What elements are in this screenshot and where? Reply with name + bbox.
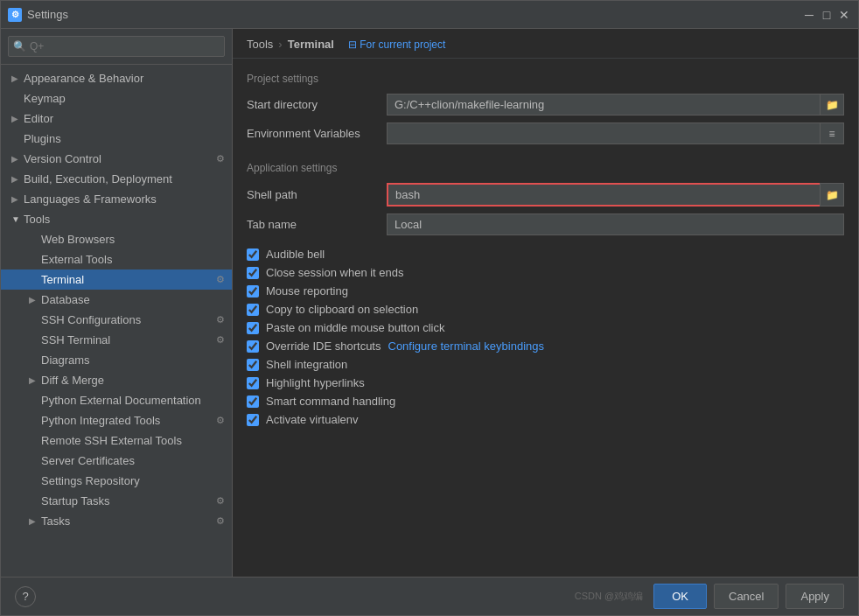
arrow-icon: ▶ xyxy=(11,114,24,123)
sidebar-item-server-certs[interactable]: Server Certificates xyxy=(1,451,232,471)
smart-command-checkbox[interactable] xyxy=(247,396,259,408)
main-panel: Tools › Terminal ⊟ For current project P… xyxy=(233,29,858,577)
checkbox-activate-virtualenv: Activate virtualenv xyxy=(247,413,844,426)
sidebar-item-database[interactable]: ▶ Database xyxy=(1,290,232,310)
badge-icon: ⚙ xyxy=(216,415,225,426)
audible-bell-checkbox[interactable] xyxy=(247,248,259,261)
sidebar-item-label: Server Certificates xyxy=(41,454,135,467)
help-button[interactable]: ? xyxy=(15,586,36,607)
sidebar-item-remote-ssh[interactable]: Remote SSH External Tools xyxy=(1,430,232,451)
paste-middle-checkbox[interactable] xyxy=(247,322,259,334)
window-title: Settings xyxy=(27,8,802,21)
sidebar-item-label: SSH Configurations xyxy=(41,313,141,326)
highlight-hyperlinks-label: Highlight hyperlinks xyxy=(266,376,365,389)
close-session-label: Close session when it ends xyxy=(266,266,404,279)
watermark: CSDN @鸡鸡编 xyxy=(575,590,643,603)
sidebar-item-label: Python Integrated Tools xyxy=(41,414,160,427)
breadcrumb-current: Terminal xyxy=(288,38,334,51)
spacer xyxy=(247,151,844,162)
sidebar-item-label: Version Control xyxy=(24,152,101,165)
sidebar-item-terminal[interactable]: Terminal ⚙ xyxy=(1,270,232,290)
highlight-hyperlinks-checkbox[interactable] xyxy=(247,377,259,389)
badge-icon: ⚙ xyxy=(216,515,225,527)
sidebar-item-web-browsers[interactable]: Web Browsers xyxy=(1,229,232,249)
footer: ? CSDN @鸡鸡编 OK Cancel Apply xyxy=(1,577,858,615)
sidebar-item-version-control[interactable]: ▶ Version Control ⚙ xyxy=(1,149,232,169)
window-controls: ─ □ ✕ xyxy=(802,8,851,22)
sidebar-item-python-int-tools[interactable]: Python Integrated Tools ⚙ xyxy=(1,410,232,430)
override-ide-label: Override IDE shortcuts xyxy=(266,340,381,353)
badge-icon: ⚙ xyxy=(216,495,225,507)
checkbox-highlight-hyperlinks: Highlight hyperlinks xyxy=(247,376,844,389)
sidebar-item-diff-merge[interactable]: ▶ Diff & Merge xyxy=(1,370,232,390)
settings-window: ⚙ Settings ─ □ ✕ 🔍 ▶ Appearance & Behavi… xyxy=(0,0,859,616)
arrow-icon: ▶ xyxy=(29,375,41,385)
activate-virtualenv-label: Activate virtualenv xyxy=(266,413,359,426)
cancel-button[interactable]: Cancel xyxy=(714,584,779,609)
checkbox-override-ide: Override IDE shortcuts Configure termina… xyxy=(247,340,844,353)
title-bar: ⚙ Settings ─ □ ✕ xyxy=(1,1,858,29)
sidebar-item-external-tools[interactable]: External Tools xyxy=(1,249,232,270)
sidebar-item-label: Database xyxy=(41,293,90,306)
sidebar-item-startup-tasks[interactable]: Startup Tasks ⚙ xyxy=(1,491,232,511)
sidebar-item-label: Python External Documentation xyxy=(41,394,201,407)
sidebar-item-label: Web Browsers xyxy=(41,233,115,246)
mouse-reporting-checkbox[interactable] xyxy=(247,285,259,298)
sidebar-item-plugins[interactable]: Plugins xyxy=(1,129,232,149)
start-directory-browse-button[interactable]: 📁 xyxy=(820,94,844,116)
env-variables-input[interactable] xyxy=(387,122,820,144)
sidebar-item-label: Diagrams xyxy=(41,354,90,367)
sidebar-item-label: External Tools xyxy=(41,253,112,266)
sidebar-item-diagrams[interactable]: Diagrams xyxy=(1,350,232,370)
shell-integration-checkbox[interactable] xyxy=(247,359,259,371)
search-input[interactable] xyxy=(8,36,225,57)
app-icon: ⚙ xyxy=(8,8,22,22)
start-directory-label: Start directory xyxy=(247,98,387,111)
sidebar-item-label: Tools xyxy=(24,213,50,226)
start-directory-input[interactable] xyxy=(387,94,820,116)
sidebar-item-settings-repo[interactable]: Settings Repository xyxy=(1,471,232,491)
sidebar-item-ssh-configurations[interactable]: SSH Configurations ⚙ xyxy=(1,310,232,330)
sidebar-item-keymap[interactable]: Keymap xyxy=(1,88,232,108)
arrow-icon: ▶ xyxy=(29,295,41,304)
search-icon: 🔍 xyxy=(13,40,26,52)
close-session-checkbox[interactable] xyxy=(247,267,259,279)
env-variables-browse-button[interactable]: ≡ xyxy=(820,122,844,144)
activate-virtualenv-checkbox[interactable] xyxy=(247,414,259,426)
sidebar-item-ssh-terminal[interactable]: SSH Terminal ⚙ xyxy=(1,330,232,350)
sidebar-item-label: SSH Terminal xyxy=(41,333,110,346)
sidebar-item-build[interactable]: ▶ Build, Execution, Deployment xyxy=(1,169,232,189)
sidebar-item-tasks[interactable]: ▶ Tasks ⚙ xyxy=(1,511,232,531)
override-ide-checkbox[interactable] xyxy=(247,340,259,353)
copy-clipboard-label: Copy to clipboard on selection xyxy=(266,303,418,316)
maximize-button[interactable]: □ xyxy=(820,8,834,22)
sidebar-item-appearance[interactable]: ▶ Appearance & Behavior xyxy=(1,68,232,88)
start-directory-row: Start directory 📁 xyxy=(247,94,844,116)
sidebar-item-languages[interactable]: ▶ Languages & Frameworks xyxy=(1,189,232,209)
configure-keybindings-link[interactable]: Configure terminal keybindings xyxy=(388,340,544,353)
arrow-icon: ▶ xyxy=(11,194,24,204)
sidebar-item-python-ext-doc[interactable]: Python External Documentation xyxy=(1,390,232,410)
footer-buttons: OK Cancel Apply xyxy=(653,584,844,609)
sidebar-item-label: Languages & Frameworks xyxy=(24,192,157,206)
shell-path-field: 📁 xyxy=(387,183,844,206)
copy-clipboard-checkbox[interactable] xyxy=(247,304,259,316)
for-current-project-link[interactable]: ⊟ For current project xyxy=(348,38,445,51)
tab-name-input[interactable] xyxy=(387,214,844,235)
minimize-button[interactable]: ─ xyxy=(802,8,816,22)
env-variables-row: Environment Variables ≡ xyxy=(247,122,844,144)
arrow-icon: ▶ xyxy=(11,154,24,164)
breadcrumb: Tools › Terminal xyxy=(247,38,334,51)
sidebar-item-editor[interactable]: ▶ Editor xyxy=(1,108,232,129)
project-link-icon: ⊟ xyxy=(348,38,357,51)
checkbox-mouse-reporting: Mouse reporting xyxy=(247,284,844,298)
shell-path-browse-button[interactable]: 📁 xyxy=(820,183,844,206)
close-button[interactable]: ✕ xyxy=(837,8,851,22)
smart-command-label: Smart command handling xyxy=(266,395,395,408)
ok-button[interactable]: OK xyxy=(653,584,707,609)
checkbox-smart-command: Smart command handling xyxy=(247,395,844,408)
search-box: 🔍 xyxy=(1,29,232,65)
apply-button[interactable]: Apply xyxy=(786,584,844,609)
shell-path-input[interactable] xyxy=(387,183,820,206)
sidebar-item-tools[interactable]: ▼ Tools xyxy=(1,209,232,229)
